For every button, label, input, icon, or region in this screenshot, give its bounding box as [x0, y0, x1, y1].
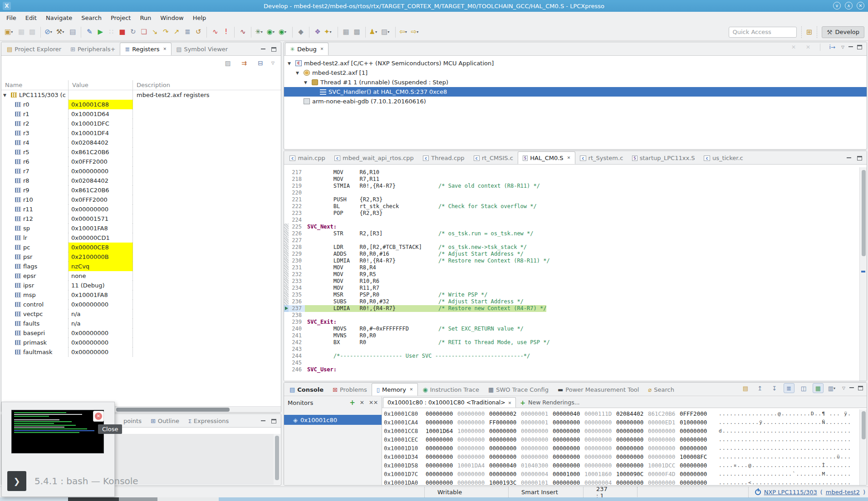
toolbar-button[interactable]: ▤	[67, 26, 78, 38]
debug-tree-row[interactable]: arm-none-eabi-gdb (7.10.1.20160616)	[284, 97, 867, 106]
terminal-thumbnail[interactable]	[11, 410, 104, 453]
debug-tree-row[interactable]: mbed-test2.axf [1]	[284, 68, 867, 78]
memory-row[interactable]: 0x10001CEC 00000000000000000000000000000…	[384, 435, 858, 444]
panel-tab[interactable]: Registers	[120, 43, 172, 55]
scrollbar-thumb[interactable]	[116, 408, 230, 412]
minimize-panel-icon[interactable]	[846, 156, 852, 161]
column-header[interactable]: Name	[1, 80, 69, 90]
vertical-scrollbar[interactable]	[859, 409, 867, 485]
toolbar-button[interactable]: ∿	[237, 26, 248, 38]
panel-tab[interactable]: Power Measurement Tool	[553, 383, 643, 396]
toolbar-button[interactable]: ▣	[4, 26, 16, 38]
panel-tab[interactable]: SWO Trace Config	[484, 383, 553, 396]
panel-tab[interactable]: Project Explorer	[2, 43, 66, 55]
close-window-button[interactable]: ✕	[93, 411, 104, 422]
open-perspective-icon[interactable]	[806, 28, 812, 36]
menu-item[interactable]: File	[2, 13, 21, 23]
remove-all-monitors-icon[interactable]: ✕✕	[369, 399, 378, 406]
memory-tool-button[interactable]: ▥	[827, 383, 839, 393]
toolbar-button[interactable]: ↻	[128, 26, 138, 38]
toolbar-button[interactable]: ∿	[210, 26, 221, 38]
memory-tool-button[interactable]: ≣	[784, 383, 794, 393]
collapse-icon[interactable]	[3, 93, 9, 97]
register-row[interactable]: r7 0x00000000	[1, 166, 281, 176]
register-row[interactable]: control 0x00000000	[1, 300, 281, 309]
scrollbar-thumb[interactable]	[862, 170, 866, 256]
register-row[interactable]: r3 0x10001DF4	[1, 128, 281, 138]
registers-root-row[interactable]: LPC1115/303 (c mbed-test2.axf registers	[1, 90, 281, 100]
register-row[interactable]: faultmask 0x00000000	[1, 347, 281, 357]
editor-tab[interactable]: startup_LPC11xx.S	[628, 151, 699, 164]
register-row[interactable]: r2 0x10001DFC	[1, 119, 281, 128]
register-row[interactable]: flags nzCvq	[1, 262, 281, 271]
toolbar-button[interactable]: ✳	[254, 26, 266, 38]
register-row[interactable]: r5 0x861C20B6	[1, 147, 281, 157]
toolbar-button[interactable]: ▩	[352, 26, 363, 38]
quick-access-input[interactable]	[729, 27, 797, 38]
toolbar-button[interactable]: ↗	[171, 26, 182, 38]
register-row[interactable]: epsr none	[1, 271, 281, 281]
code-editor[interactable]: 217 MOV R6,R10 218 MOV R7,R11 219 STMIA …	[284, 169, 859, 381]
editor-tab[interactable]: rt_System.c	[575, 151, 628, 164]
toolbar-button[interactable]: ≣	[182, 26, 193, 38]
register-row[interactable]: r12 0x00001571	[1, 214, 281, 224]
vertical-scrollbar[interactable]	[859, 167, 867, 381]
remove-monitor-icon[interactable]: ✕	[360, 399, 364, 406]
menu-item[interactable]: Project	[106, 13, 135, 23]
maximize-panel-icon[interactable]	[857, 45, 862, 49]
memory-row[interactable]: 0x10001DA0 00000000000000001000193C00000…	[384, 478, 858, 485]
toolbar-button[interactable]: ▦	[16, 26, 27, 38]
debug-tree-row[interactable]: Thread #1 1 (runnable) (Suspended : Step…	[284, 78, 867, 87]
editor-tab[interactable]: main.cpp	[285, 151, 330, 164]
register-row[interactable]: r11 0x00000000	[1, 204, 281, 214]
toolbar-button[interactable]: ◆	[295, 26, 306, 38]
register-row[interactable]: r0 0x10001C88	[1, 100, 281, 109]
toolbar-button[interactable]: ♟	[368, 26, 380, 38]
memory-row[interactable]: 0x10001D10 00000000000000000000000000000…	[384, 444, 858, 452]
maximize-panel-icon[interactable]	[858, 386, 863, 390]
toolbar-button[interactable]: ⇨	[410, 26, 422, 38]
debug-tree-row[interactable]: SVC_Handler() at HAL_CM0.S:237 0xce8	[284, 87, 867, 97]
close-rendering-icon[interactable]	[508, 399, 512, 406]
toolbar-button[interactable]: ▨	[380, 26, 392, 38]
editor-tab[interactable]: HAL_CM0.S	[518, 151, 575, 164]
memory-monitor-item[interactable]: 0x10001c80	[284, 415, 382, 425]
menu-item[interactable]: Navigate	[41, 13, 77, 23]
toolbar-button[interactable]: ❖	[312, 26, 323, 38]
toolbar-button[interactable]: ✎	[84, 26, 95, 38]
minimize-panel-icon[interactable]	[848, 45, 853, 49]
scrollbar-thumb[interactable]	[275, 436, 279, 480]
menu-item[interactable]: Run	[135, 13, 156, 23]
expand-arrow-icon[interactable]	[296, 71, 301, 75]
debug-tool-button[interactable]: ✕	[803, 43, 814, 52]
register-row[interactable]: vectpc n/a	[1, 309, 281, 319]
minimize-panel-icon[interactable]	[849, 386, 854, 390]
register-row[interactable]: basepri 0x00000000	[1, 328, 281, 338]
memory-tool-button[interactable]: ▦	[813, 383, 824, 393]
register-row[interactable]: faults n/a	[1, 319, 281, 328]
device-link[interactable]: NXP LPC1115/303	[764, 489, 817, 496]
column-header[interactable]: Value	[69, 80, 133, 90]
panel-tab[interactable]: Memory	[372, 383, 418, 396]
menu-item[interactable]: Window	[156, 13, 188, 23]
minimize-window-icon[interactable]: ∨	[833, 2, 841, 10]
toolbar-button[interactable]: !	[221, 26, 231, 38]
maximize-panel-icon[interactable]	[857, 156, 862, 161]
view-tool-button[interactable]: ⇉	[239, 57, 250, 69]
memory-tool-button[interactable]: ◫	[798, 383, 809, 393]
toolbar-button[interactable]: ∷	[106, 26, 117, 38]
taskbar-active-button[interactable]	[68, 497, 119, 501]
toolbar-button[interactable]: ⇦	[398, 26, 410, 38]
view-menu-icon[interactable]	[842, 386, 845, 390]
close-tab-icon[interactable]	[163, 47, 167, 51]
toolbar-button[interactable]: ❏	[138, 26, 149, 38]
toolbar-button[interactable]: ↘	[149, 26, 160, 38]
editor-tab[interactable]: Thread.cpp	[418, 151, 469, 164]
toolbar-button[interactable]: ⚒	[55, 26, 67, 38]
close-tab-icon[interactable]	[567, 156, 571, 160]
scrollbar-thumb[interactable]	[862, 411, 866, 439]
register-row[interactable]: r9 0x861C20B6	[1, 185, 281, 195]
toolbar-button[interactable]: ↷	[160, 26, 171, 38]
memory-row[interactable]: 0x10001D34 00000000000000000000000000000…	[384, 452, 858, 461]
toolbar-button[interactable]: ↺	[193, 26, 204, 38]
